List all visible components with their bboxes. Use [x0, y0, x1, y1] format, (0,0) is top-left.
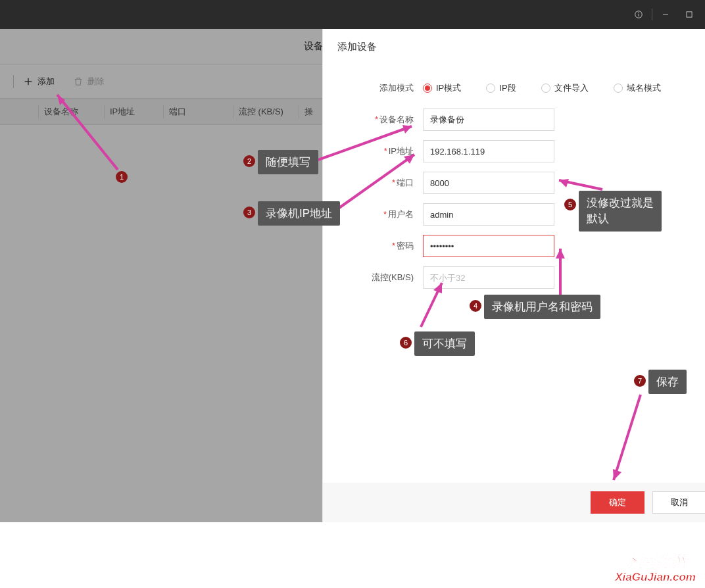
cancel-button[interactable]: 取消: [652, 491, 705, 514]
port-input[interactable]: [423, 172, 554, 194]
radio-dot-icon: [423, 84, 432, 93]
panel-title: 添加设备: [323, 29, 705, 65]
trash-icon: [73, 76, 84, 87]
add-button-label: 添加: [37, 76, 55, 87]
add-device-panel: 添加设备 添加模式 IP模式 IP段 文件导入 域名模式 *设备名称 *IP地址…: [322, 29, 705, 522]
add-mode-label: 添加模式: [323, 82, 423, 94]
radio-dot-icon: [486, 84, 495, 93]
toolbar-divider: [13, 75, 14, 88]
watermark: 下固件网 XiaGuJian.com: [615, 550, 696, 584]
titlebar-separator: [652, 9, 652, 20]
minimize-icon[interactable]: [654, 0, 677, 29]
col-device-name: 设备名称: [38, 105, 104, 118]
mode-ip-range[interactable]: IP段: [486, 82, 516, 94]
info-icon[interactable]: [627, 0, 650, 29]
tab-devices-label: 设备: [304, 40, 324, 53]
svg-rect-4: [687, 12, 692, 17]
watermark-cn: 下固件网: [615, 550, 696, 571]
device-name-input[interactable]: [423, 109, 554, 131]
window-titlebar: [0, 0, 705, 29]
col-op: 操: [299, 105, 318, 118]
panel-footer: 确定 取消: [323, 483, 705, 522]
maximize-icon[interactable]: [677, 0, 701, 29]
username-input[interactable]: [423, 203, 554, 226]
radio-dot-icon: [541, 84, 550, 93]
delete-button-label: 删除: [87, 76, 105, 87]
radio-dot-icon: [614, 84, 623, 93]
col-port: 端口: [163, 105, 233, 118]
ip-address-input[interactable]: [423, 140, 554, 162]
flow-control-input[interactable]: [423, 266, 554, 289]
add-device-button[interactable]: 添加: [23, 76, 55, 87]
plus-icon: [23, 76, 34, 87]
col-flow: 流控 (KB/S): [233, 105, 299, 118]
add-mode-row: 添加模式 IP模式 IP段 文件导入 域名模式: [323, 72, 705, 109]
col-ip: IP地址: [104, 105, 163, 118]
mode-domain[interactable]: 域名模式: [614, 82, 661, 94]
watermark-en: XiaGuJian.com: [615, 571, 696, 584]
mode-file-import[interactable]: 文件导入: [541, 82, 589, 94]
svg-point-2: [639, 12, 639, 13]
ok-button[interactable]: 确定: [591, 491, 644, 514]
mode-ip[interactable]: IP模式: [423, 82, 461, 94]
password-input[interactable]: [423, 235, 554, 257]
delete-device-button: 删除: [73, 76, 105, 87]
